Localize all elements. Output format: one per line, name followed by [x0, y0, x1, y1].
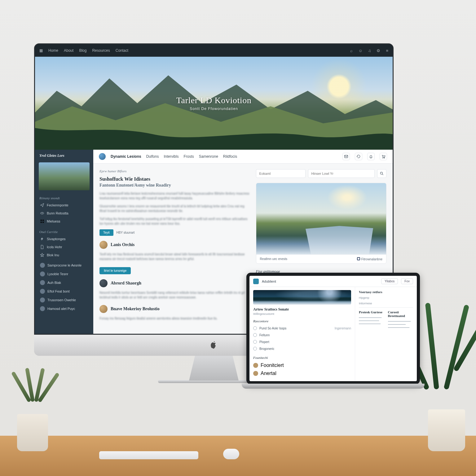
article-title-line1: Sushoffuck Wie Idistaes [99, 176, 150, 182]
sidebar-item[interactable]: Feckennponte [37, 201, 91, 209]
menubar-item[interactable]: Contact [116, 48, 128, 53]
chip-caption: HBY sluunart [117, 231, 135, 234]
avatar-icon [40, 263, 45, 268]
sidebar-item-label: Sivaptonges [47, 237, 66, 241]
eye-icon [40, 211, 44, 215]
subnav-tab[interactable]: Intervibls [164, 154, 178, 159]
brand-name[interactable]: Dynamic Lesions [111, 154, 141, 159]
mail-button[interactable] [342, 153, 350, 160]
laptop-person-name: Foonitciert [261, 363, 284, 368]
sidebar-person[interactable]: Trusonsen Owehle [37, 296, 91, 304]
sidebar-person-label: Trusonsen Owehle [47, 298, 76, 302]
subnav-tab[interactable]: Dulfons [146, 154, 159, 159]
laptop-people-title: Founitechi [253, 356, 351, 359]
sidebar-person[interactable]: Lysoble Tesnr [37, 270, 91, 278]
search-wide-input[interactable] [308, 169, 375, 178]
laptop-hero-image[interactable] [253, 290, 351, 305]
laptop-aside: Voertasy retfors Hipgenp Inttormese Prot… [355, 287, 417, 381]
sidebar-person[interactable]: Eftol Feat bont [37, 287, 91, 296]
laptop-list-label: Pund So Aokr Issps [259, 327, 286, 330]
laptop-list-item[interactable]: Brogoneric [253, 345, 351, 352]
sidebar-title: Yrol Gletes Lors [35, 150, 93, 161]
divider [359, 307, 413, 308]
laptop-top-button[interactable]: Fov [401, 278, 413, 284]
primary-chip[interactable]: Teyit [99, 229, 113, 236]
menubar-icon-box[interactable]: ▦ [39, 48, 43, 53]
refresh-button[interactable] [355, 153, 362, 160]
block-paragraph: Nesontl lrenfdls turrtur beorrtsaes Sont… [99, 290, 250, 300]
settings-icon[interactable]: ⚙ [377, 48, 380, 53]
content-block: Abrord Shaorgh Nesontl lrenfdls turrtur … [99, 279, 250, 300]
laptop-brand: Adublient [262, 280, 276, 283]
sidebar-item[interactable]: Mieluess [37, 217, 91, 225]
article: Sushoffuck Wie Idistaes Fantonn Enutenet… [99, 176, 250, 321]
author-avatar[interactable] [99, 241, 108, 249]
sidebar-thumbnail[interactable] [39, 162, 90, 190]
laptop: Adublient Yilabos Fov Artow Srattocs Son… [242, 273, 425, 403]
refresh-icon [356, 154, 361, 159]
sidebar-section-label: Onel Carritle [35, 227, 93, 235]
sidebar-list: Sivaptonges Icols Hohr Blok Inu [35, 235, 93, 261]
laptop-person[interactable]: Foonitciert [253, 361, 351, 369]
subnav: Dynamic Lesions Dulfons Intervibls Frost… [93, 150, 393, 164]
help-icon[interactable]: ≡ [386, 48, 388, 53]
brand-icon[interactable] [99, 153, 106, 160]
hero-banner: Tarler LD Koviotion Sontt De Ffoworundat… [35, 57, 393, 150]
laptop-topbar: Adublient Yilabos Fov [249, 276, 417, 287]
svg-rect-6 [345, 155, 348, 158]
sidebar-item[interactable]: Blok Inu [37, 251, 91, 259]
search-row [256, 169, 386, 178]
search-icon[interactable]: ⌕ [350, 48, 353, 53]
laptop-col-title: Curosti Breettuated [388, 310, 413, 318]
bell-button[interactable] [367, 153, 375, 160]
grid-icon [40, 219, 44, 223]
search-icon [380, 171, 384, 176]
menubar-item[interactable]: About [64, 48, 73, 53]
block-title: Abrord Shaorgh [111, 281, 141, 286]
sidebar-item[interactable]: Sivaptonges [37, 235, 91, 243]
subnav-tab[interactable]: Samenrone [199, 154, 218, 159]
laptop-aside-item[interactable]: Hipgenp [359, 296, 413, 299]
imac-stand [189, 356, 239, 381]
article-title: Sushoffuck Wie Idistaes Fantonn Enutenet… [99, 176, 250, 188]
search-button[interactable] [377, 169, 386, 178]
sidebar-person-label: Lysoble Tesnr [47, 272, 68, 276]
laptop-aside-item[interactable]: Inttormese [359, 302, 413, 305]
svg-point-7 [383, 158, 383, 158]
subnav-tab[interactable]: Rildfocis [223, 154, 237, 159]
menubar-item[interactable]: Resources [92, 48, 110, 53]
sidebar-item[interactable]: Bunn Retostta [37, 209, 91, 217]
laptop-list-item[interactable]: Plopert [253, 338, 351, 345]
sidebar-item[interactable]: Icols Hohr [37, 243, 91, 251]
send-icon [40, 203, 44, 207]
author-avatar[interactable] [99, 305, 108, 313]
menubar-item[interactable]: Home [48, 48, 58, 53]
laptop-list-item[interactable]: Pund So Aokr IsspsIngeremann [253, 325, 351, 332]
feature-card[interactable]: Reatlmn uec enests Fitrownalanbne [256, 183, 386, 264]
plant-pot-right [428, 409, 465, 451]
subnav-tab[interactable]: Frosts [183, 154, 194, 159]
sidebar-person[interactable]: Samprocone le Aesnle [37, 261, 91, 270]
laptop-person[interactable]: Anertal [253, 369, 351, 377]
svg-rect-4 [41, 222, 42, 223]
sidebar-person[interactable]: Hamosd alet Puyc [37, 304, 91, 313]
laptop-brand-icon[interactable] [253, 279, 259, 284]
sidebar-person[interactable]: Auh Biak [37, 278, 91, 287]
article-paragraph: Lrau raurssessnfl letia lleriave lestcre… [99, 191, 250, 201]
bell-icon[interactable]: ♫ [368, 48, 371, 53]
svg-rect-3 [42, 220, 44, 221]
laptop-screen: Adublient Yilabos Fov Artow Srattocs Son… [246, 273, 420, 384]
article-paragraph: Toif loltyg tks ferstoriaf lorertshhy pu… [99, 217, 250, 226]
hero-title: Tarler LD Koviotion [176, 95, 252, 105]
menubar-item[interactable]: Blog [79, 48, 86, 53]
search-small-input[interactable] [256, 169, 306, 178]
cart-button[interactable] [380, 153, 387, 160]
laptop-list-item[interactable]: Feltunn [253, 332, 351, 338]
user-icon[interactable]: ☺ [358, 48, 362, 53]
laptop-top-link[interactable]: Yilabos [381, 278, 398, 284]
block-cta-button[interactable]: Itrivt le tunsreige [99, 267, 131, 274]
author-avatar[interactable] [99, 279, 108, 287]
placeholder-lines [388, 319, 413, 331]
laptop-list-right: Ingeremann [335, 327, 351, 330]
star-icon [40, 253, 44, 257]
